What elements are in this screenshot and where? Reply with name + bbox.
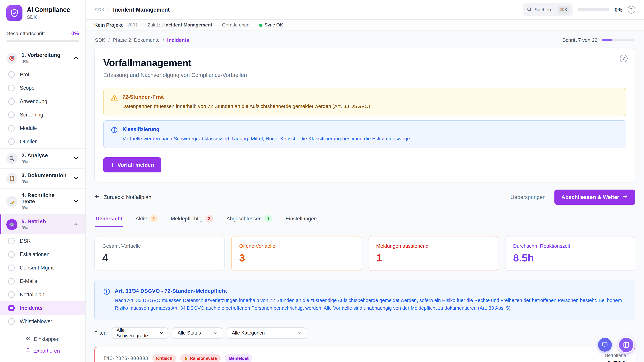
export-label: Exportieren bbox=[33, 348, 60, 354]
sidebar-item-screening[interactable]: Screening bbox=[0, 108, 85, 121]
radio-icon bbox=[8, 125, 15, 132]
filter-row: Filter: Alle Schweregrade Alle Status Al… bbox=[94, 328, 635, 339]
target-icon bbox=[6, 53, 18, 64]
info-body: Vorfaelle werden nach Schweregrad klassi… bbox=[122, 135, 411, 142]
step-label: Schritt 7 von 22 bbox=[562, 37, 598, 43]
top-bar: SDK › Incident Management Suchen... ⌘K 0… bbox=[86, 0, 644, 20]
sidebar-item-module[interactable]: Module bbox=[0, 121, 85, 135]
skip-button[interactable]: Ueberspringen bbox=[510, 194, 546, 200]
tab-aktiv[interactable]: Aktiv2 bbox=[135, 214, 158, 227]
section-label: 1. Vorbereitung bbox=[22, 52, 69, 58]
warning-triangle-icon bbox=[111, 94, 118, 110]
section-percent: 0% bbox=[22, 179, 69, 185]
section-label: 2. Analyse bbox=[22, 152, 69, 159]
sidebar-item-notfallplan[interactable]: Notfallplan bbox=[0, 288, 85, 301]
sidebar-item-anwendung[interactable]: Anwendung bbox=[0, 95, 85, 108]
breadcrumb-incidents: Incidents bbox=[167, 37, 189, 43]
help-icon[interactable]: ? bbox=[628, 6, 635, 13]
tab-abgeschlossen[interactable]: Abgeschlossen1 bbox=[226, 214, 273, 227]
section-label: 3. Dokumentation bbox=[22, 172, 69, 178]
stat-pending-reports: Meldungen ausstehend 1 bbox=[368, 236, 498, 271]
sidebar-section-dokumentation[interactable]: 3. Dokumentation 0% bbox=[0, 168, 85, 188]
chevron-down-icon bbox=[160, 331, 164, 335]
category-filter-select[interactable]: Alle Kategorien bbox=[227, 328, 306, 339]
radio-icon bbox=[8, 238, 15, 244]
sidebar-item-consent-mgmt[interactable]: Consent Mgmt bbox=[0, 261, 85, 275]
export-button[interactable]: Exportieren bbox=[0, 345, 85, 357]
chat-fab-button[interactable] bbox=[598, 338, 612, 352]
section-percent: 0% bbox=[22, 225, 69, 231]
breadcrumb-phase2[interactable]: Phase 2: Dokumente bbox=[113, 37, 160, 43]
sidebar-item-label: Module bbox=[20, 125, 37, 131]
stat-avg-reaction-time: Durchschn. Reaktionszeit 8.5h bbox=[505, 236, 636, 271]
app-title: AI Compliance bbox=[27, 6, 70, 13]
slash-separator: / bbox=[108, 37, 110, 43]
overall-progress: Gesamtfortschritt 0% bbox=[0, 26, 85, 47]
sidebar-item-scope[interactable]: Scope bbox=[0, 81, 85, 95]
radio-icon bbox=[8, 291, 15, 298]
sidebar-nav: 1. Vorbereitung 0% Profil Scope Anwendun… bbox=[0, 47, 85, 329]
sidebar-item-dsr[interactable]: DSR bbox=[0, 234, 85, 248]
sidebar-section-vorbereitung[interactable]: 1. Vorbereitung 0% bbox=[0, 48, 85, 68]
sidebar-item-label: Whistleblower bbox=[20, 319, 52, 325]
sidebar-item-label: Scope bbox=[20, 85, 34, 91]
sidebar-section-analyse[interactable]: 2. Analyse 0% bbox=[0, 148, 85, 168]
sidebar-item-label: Eskalationen bbox=[20, 251, 50, 257]
overall-progress-value: 0% bbox=[71, 30, 79, 36]
arrow-right-icon bbox=[622, 193, 628, 201]
breadcrumb-parent[interactable]: SDK bbox=[94, 7, 105, 12]
search-input[interactable]: Suchen... ⌘K bbox=[523, 3, 573, 16]
lock-icon bbox=[184, 356, 188, 360]
radio-icon bbox=[8, 85, 15, 91]
sync-ok-dot-icon bbox=[259, 24, 262, 27]
header-progress-value: 0% bbox=[614, 6, 622, 13]
chat-bubble-icon bbox=[602, 341, 608, 348]
header-breadcrumb: SDK › Incident Management bbox=[94, 6, 518, 13]
search-placeholder: Suchen... bbox=[534, 7, 555, 12]
report-incident-button[interactable]: + Vorfall melden bbox=[103, 157, 161, 172]
info-circle-icon bbox=[111, 126, 118, 142]
sidebar-item-label: Screening bbox=[20, 112, 43, 118]
sidebar-item-eskalationen[interactable]: Eskalationen bbox=[0, 248, 85, 261]
breadcrumb-sdk[interactable]: SDK bbox=[95, 37, 105, 43]
step-indicator: Schritt 7 von 22 bbox=[562, 37, 634, 43]
back-link[interactable]: Zurueck: Notfallplan bbox=[94, 193, 152, 201]
help-icon[interactable]: ? bbox=[620, 55, 628, 62]
sidebar-item-whistleblower[interactable]: Whistleblower bbox=[0, 315, 85, 328]
stat-label: Durchschn. Reaktionszeit bbox=[513, 243, 628, 249]
stat-label: Meldungen ausstehend bbox=[376, 243, 490, 249]
sidebar-item-quellen[interactable]: Quellen bbox=[0, 135, 85, 148]
tab-einstellungen[interactable]: Einstellungen bbox=[285, 214, 317, 227]
sidebar-item-label: Quellen bbox=[20, 139, 38, 145]
keyboard-shortcut-badge: ⌘K bbox=[558, 6, 570, 13]
info-title: Klassifizierung bbox=[122, 126, 411, 132]
divider bbox=[254, 22, 254, 27]
project-name: Kein Projekt bbox=[94, 22, 122, 28]
deadline-warning-banner: 72-Stunden-Frist Datenpannen muessen inn… bbox=[103, 88, 626, 116]
memo-pencil-icon bbox=[6, 196, 18, 207]
warning-title: 72-Stunden-Frist bbox=[122, 94, 372, 100]
radio-selected-icon bbox=[8, 305, 15, 311]
sidebar-section-betrieb[interactable]: 5. Betrieb 0% bbox=[0, 214, 85, 234]
complete-continue-button[interactable]: Abschliessen & Weiter bbox=[554, 190, 635, 205]
sidebar-item-label: Consent Mgmt bbox=[20, 265, 54, 271]
sidebar-section-rechtliche-texte[interactable]: 4. Rechtliche Texte 0% bbox=[0, 188, 85, 214]
sidebar-item-emails[interactable]: E-Mails bbox=[0, 275, 85, 288]
tab-uebersicht[interactable]: Uebersicht bbox=[95, 214, 123, 227]
gear-icon bbox=[6, 219, 18, 230]
chevron-up-icon bbox=[73, 55, 79, 61]
status-badge: Gemeldet bbox=[225, 354, 252, 362]
status-filter-select[interactable]: Alle Status bbox=[173, 328, 222, 339]
category-badge: Ransomware bbox=[180, 354, 221, 362]
incident-card[interactable]: INC-2026-000003 Kritisch Ransomware Geme… bbox=[94, 347, 635, 362]
collapse-sidebar-button[interactable]: Einklappen bbox=[0, 334, 85, 345]
severity-filter-select[interactable]: Alle Schweregrade bbox=[112, 328, 168, 339]
tab-meldepflichtig[interactable]: Meldepflichtig2 bbox=[170, 214, 214, 227]
gdpr-note-banner: Art. 33/34 DSGVO - 72-Stunden-Meldepflic… bbox=[94, 281, 635, 320]
sidebar-item-incidents[interactable]: Incidents bbox=[0, 301, 85, 315]
page-breadcrumb-row: SDK / Phase 2: Dokumente / Incidents Sch… bbox=[94, 35, 635, 44]
sidebar-item-profil[interactable]: Profil bbox=[0, 68, 85, 81]
board-view-fab-button[interactable] bbox=[618, 337, 634, 353]
app-subtitle: SDK bbox=[27, 14, 70, 20]
info-circle-icon bbox=[103, 288, 110, 312]
